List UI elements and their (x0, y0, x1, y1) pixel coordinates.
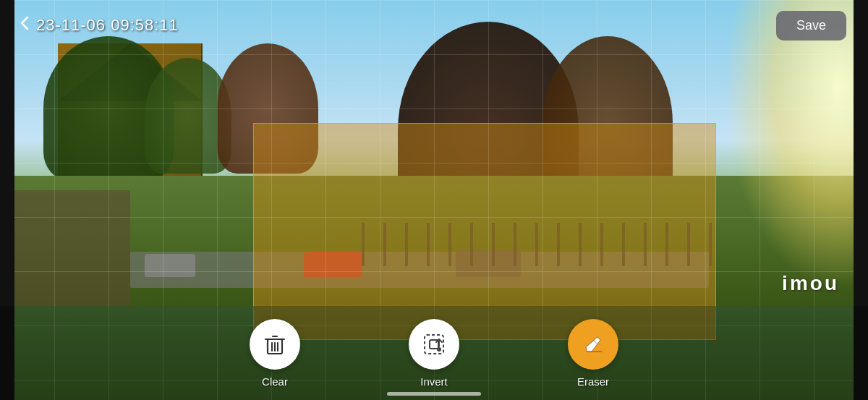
car-grey (145, 254, 195, 277)
clear-tool[interactable]: Clear (195, 319, 354, 388)
eraser-button[interactable] (568, 319, 618, 370)
trash-icon (263, 332, 286, 357)
invert-tool[interactable]: Invert (354, 319, 514, 388)
save-button[interactable]: Save (776, 11, 846, 41)
eraser-label: Eraser (577, 375, 609, 388)
invert-label: Invert (420, 375, 448, 388)
svg-point-8 (437, 347, 441, 352)
invert-button[interactable] (409, 319, 459, 370)
bottom-toolbar: Clear Invert (0, 306, 868, 400)
eraser-icon (582, 333, 605, 356)
back-button[interactable] (14, 13, 35, 38)
clear-button[interactable] (250, 319, 300, 370)
invert-icon (422, 332, 446, 357)
sun-glare (723, 0, 868, 289)
clear-label: Clear (262, 375, 288, 388)
home-indicator (387, 392, 481, 396)
timestamp: 23-11-06 09:58:11 (36, 16, 179, 35)
eraser-tool[interactable]: Eraser (514, 319, 673, 388)
imou-logo: imou (782, 272, 839, 295)
camera-view: 23-11-06 09:58:11 Save imou Clear (0, 0, 868, 400)
garden-path (0, 190, 130, 306)
